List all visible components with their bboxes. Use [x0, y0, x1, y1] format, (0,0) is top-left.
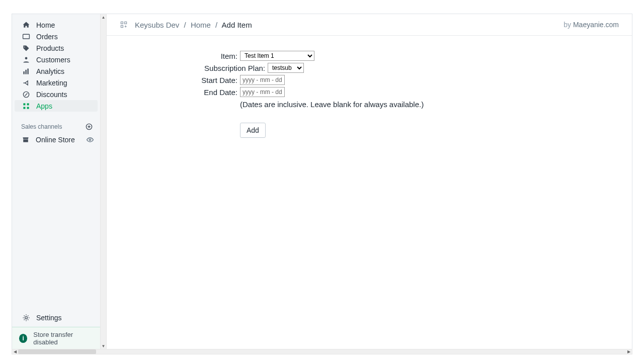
- add-button[interactable]: Add: [240, 123, 266, 138]
- sidebar-item-home[interactable]: Home: [15, 19, 98, 31]
- vertical-scrollbar[interactable]: ▲ ▼: [100, 14, 107, 349]
- svg-point-1: [25, 57, 28, 59]
- scroll-left-icon[interactable]: ◀: [12, 349, 18, 354]
- sidebar-item-customers[interactable]: Customers: [15, 54, 98, 65]
- start-date-input[interactable]: [240, 75, 285, 85]
- home-icon: [22, 21, 31, 30]
- horizontal-scrollbar[interactable]: ◀ ▶: [12, 349, 632, 354]
- add-channel-icon[interactable]: [85, 123, 93, 131]
- app-icon: [120, 21, 128, 29]
- svg-rect-4: [27, 68, 28, 74]
- breadcrumb-app[interactable]: Keysubs Dev: [135, 21, 179, 29]
- svg-point-11: [89, 139, 91, 140]
- scroll-up-icon[interactable]: ▲: [101, 14, 106, 21]
- svg-rect-8: [23, 107, 25, 109]
- discounts-icon: [22, 90, 31, 99]
- sidebar-item-products[interactable]: Products: [15, 42, 98, 54]
- svg-rect-7: [27, 103, 29, 105]
- item-label: Item:: [187, 52, 237, 60]
- svg-rect-15: [121, 26, 123, 28]
- sidebar-item-label: Discounts: [36, 90, 67, 99]
- info-icon: i: [19, 334, 27, 343]
- start-date-label: Start Date:: [187, 76, 237, 84]
- sidebar-item-label: Orders: [36, 33, 58, 41]
- notice-banner: i Store transfer disabled: [12, 327, 100, 349]
- marketing-icon: [22, 78, 31, 87]
- sidebar-item-apps[interactable]: Apps: [15, 100, 98, 112]
- gear-icon: [22, 313, 31, 322]
- sidebar-item-label: Apps: [36, 102, 52, 110]
- svg-point-12: [25, 316, 28, 319]
- breadcrumb: Keysubs Dev / Home / Add Item: [135, 21, 252, 29]
- svg-rect-14: [125, 22, 127, 24]
- svg-rect-0: [23, 34, 30, 39]
- store-icon: [21, 135, 30, 144]
- page-header: Keysubs Dev / Home / Add Item by Maeyani…: [107, 14, 632, 36]
- sidebar-item-label: Home: [36, 21, 55, 29]
- customers-icon: [22, 55, 31, 64]
- sidebar-channel-online-store[interactable]: Online Store: [12, 134, 100, 145]
- products-icon: [22, 44, 31, 53]
- item-select[interactable]: Test Item 1: [240, 51, 314, 61]
- svg-rect-3: [25, 69, 26, 74]
- notice-text: Store transfer disabled: [33, 331, 93, 346]
- plan-label: Subscription Plan:: [187, 64, 265, 72]
- sidebar-item-analytics[interactable]: Analytics: [15, 65, 98, 77]
- analytics-icon: [22, 67, 31, 76]
- add-item-form: Item: Test Item 1 Subscription Plan: tes…: [187, 51, 632, 138]
- svg-rect-13: [121, 22, 123, 24]
- orders-icon: [22, 32, 31, 41]
- settings-label: Settings: [36, 314, 62, 322]
- end-date-input[interactable]: [240, 87, 285, 97]
- scroll-right-icon[interactable]: ▶: [626, 349, 632, 354]
- breadcrumb-current: Add Item: [222, 21, 252, 29]
- sidebar-item-label: Analytics: [36, 67, 64, 75]
- scroll-thumb[interactable]: [18, 349, 96, 354]
- sidebar-item-label: Customers: [36, 56, 70, 64]
- svg-rect-6: [23, 103, 25, 105]
- sidebar-item-orders[interactable]: Orders: [15, 31, 98, 42]
- sidebar-item-label: Marketing: [36, 79, 67, 87]
- author-link[interactable]: Maeyanie.com: [573, 21, 619, 29]
- breadcrumb-home[interactable]: Home: [191, 21, 211, 29]
- dates-hint: (Dates are inclusive. Leave blank for al…: [240, 99, 632, 109]
- sidebar-item-discounts[interactable]: Discounts: [15, 88, 98, 100]
- sidebar-item-marketing[interactable]: Marketing: [15, 77, 98, 88]
- sidebar-item-settings[interactable]: Settings: [15, 312, 98, 323]
- apps-icon: [22, 102, 31, 111]
- plan-select[interactable]: testsub: [268, 63, 304, 73]
- end-date-label: End Date:: [187, 88, 237, 97]
- sidebar: Home Orders Products Customers: [12, 14, 100, 349]
- sidebar-item-label: Products: [36, 44, 64, 52]
- author-credit: by Maeyanie.com: [564, 21, 619, 29]
- svg-rect-2: [23, 71, 24, 74]
- eye-icon[interactable]: [86, 136, 94, 144]
- channel-label: Online Store: [36, 136, 75, 144]
- svg-rect-9: [27, 107, 29, 109]
- sales-channels-heading: Sales channels: [21, 123, 62, 130]
